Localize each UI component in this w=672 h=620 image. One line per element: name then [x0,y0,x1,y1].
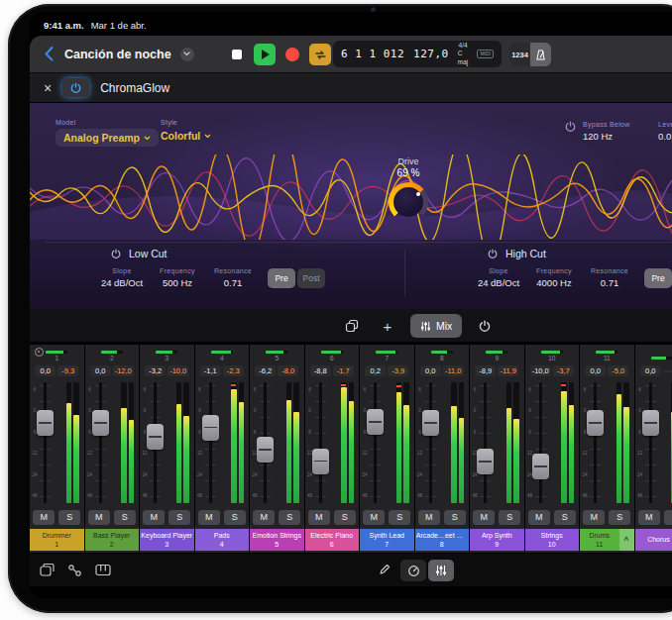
bypass-value[interactable]: 120 Hz [583,131,630,142]
peak-value[interactable]: -8,0 [278,365,298,376]
pencil-button[interactable] [379,564,391,578]
add-track-button[interactable]: + [375,313,400,339]
fader-value[interactable]: -3,2 [145,365,166,376]
channel-strip[interactable]: 9 -8,9 -11,9 606122448 M S Arp Synth 9 [470,345,524,553]
peak-value[interactable]: -9,3 [57,365,78,376]
channel-tag[interactable]: Electric Piano 6 [305,529,360,551]
peak-value[interactable]: -5,0 [608,365,628,376]
fader-handle[interactable] [367,409,384,435]
model-selector[interactable]: Model Analog Preamp [56,119,159,147]
solo-button[interactable]: S [609,510,630,525]
channel-strip[interactable]: 1 0,0 -9,3 606122448 M S Drummer 1 [30,345,84,553]
fader-value[interactable]: -8,8 [310,365,331,376]
keyboard-icon[interactable] [95,564,111,576]
fader-track[interactable] [374,382,377,503]
high-cut-frequency[interactable]: 4000 Hz [536,277,571,288]
browser-icon[interactable] [40,564,55,577]
fader-handle[interactable] [257,437,274,463]
channel-strip[interactable]: 7 0,2 -3,9 606122448 M S Synth Lead 7 [360,345,414,553]
channel-strip[interactable]: 3 -3,2 -10,0 606122448 M S Keyboard Play… [140,345,194,553]
mute-button[interactable]: M [143,510,165,525]
fader-handle[interactable] [477,449,494,474]
high-cut-resonance[interactable]: 0.71 [601,277,619,288]
peak-value[interactable]: -1,7 [333,365,354,376]
channel-tag[interactable]: Synth Lead 7 [360,529,414,551]
fader-handle[interactable] [587,410,604,436]
play-button[interactable] [254,44,276,65]
peak-value[interactable]: -2,3 [223,365,244,376]
metronome-button[interactable] [530,43,551,66]
fader-handle[interactable] [422,410,439,436]
peak-value[interactable]: -10,0 [168,365,188,376]
channel-tag[interactable]: Chorus V [635,529,672,551]
fader-value[interactable]: 0,0 [90,365,111,376]
fader-track[interactable] [209,382,212,503]
mute-button[interactable]: M [308,510,330,525]
mute-button[interactable]: M [473,510,495,525]
fader-handle[interactable] [147,424,164,450]
fader-value[interactable]: 0,0 [640,365,661,376]
mute-button[interactable]: M [528,510,550,525]
channel-strip[interactable]: 8 0,0 -11,0 606122448 M S Arcade…eet Pad… [415,345,470,553]
stop-button[interactable] [226,44,248,65]
solo-button[interactable]: S [279,510,300,525]
peak-value[interactable]: -11,0 [443,365,464,376]
solo-button[interactable]: S [168,510,190,525]
level-value[interactable]: 0.0 [658,131,672,142]
low-cut-post-button[interactable]: Post [297,268,325,288]
fader-value[interactable]: -6,2 [255,365,276,376]
fader-value[interactable]: 0,2 [365,365,386,376]
channel-strip[interactable]: 0,0 606122448 M S Chorus V [635,345,672,553]
peak-value[interactable]: -3,7 [553,365,574,376]
channel-strip[interactable]: 5 -6,2 -8,0 606122448 M S Emotion String… [250,345,304,553]
lcd-display[interactable]: 6 1 1 012 127,0 4/4 C maj MIDI [333,41,502,67]
fader-value[interactable]: 0,0 [585,365,606,376]
channel-tag[interactable]: Arcade…eet Pad 8 [415,529,470,551]
solo-button[interactable]: S [58,510,80,525]
fader-handle[interactable] [642,410,659,436]
peak-value[interactable] [663,370,672,372]
fader-handle[interactable] [312,449,329,474]
mute-button[interactable]: M [418,510,440,525]
fader-handle[interactable] [532,454,549,479]
fader-track[interactable] [44,382,47,503]
routing-icon[interactable] [67,564,82,577]
channel-tag[interactable]: Pads 4 [195,529,250,551]
fader-value[interactable]: -8,9 [475,365,496,376]
channel-strip[interactable]: 4 -1,1 -2,3 606122448 M S Pads 4 [195,345,250,553]
channel-tag[interactable]: Emotion Strings 5 [250,529,304,551]
solo-button[interactable]: S [664,510,672,525]
mute-button[interactable]: M [363,510,385,525]
bypass-power-icon[interactable] [565,121,576,132]
channel-strip[interactable]: 6 -8,8 -1,7 606122448 M S Electric Piano… [305,345,360,553]
fader-track[interactable] [649,382,652,503]
style-selector[interactable]: Style Colorful [161,119,211,144]
high-cut-slope[interactable]: 24 dB/Oct [478,277,519,288]
low-cut-frequency[interactable]: 500 Hz [163,277,192,288]
fader-handle[interactable] [202,415,219,441]
channel-tag[interactable]: Drums 11 ^ [580,529,634,551]
channel-tag[interactable]: Arp Synth 9 [470,529,524,551]
plugin-power-button[interactable] [62,78,89,97]
fader-handle[interactable] [37,410,54,436]
monitor-icon[interactable] [35,348,44,357]
back-button[interactable] [42,44,56,65]
mute-button[interactable]: M [33,510,55,525]
song-menu-button[interactable] [180,48,194,61]
mute-button[interactable]: M [198,510,220,525]
channel-tag[interactable]: Drummer 1 [30,529,84,551]
peak-value[interactable]: -11,9 [498,365,518,376]
solo-button[interactable]: S [499,510,520,525]
fader-track[interactable] [99,382,102,503]
solo-button[interactable]: S [114,510,136,525]
fader-track[interactable] [484,382,487,503]
low-cut-slope[interactable]: 24 dB/Oct [101,277,143,288]
drive-knob[interactable] [389,182,428,222]
channel-strip[interactable]: 11 0,0 -5,0 606122448 M S Drums 11 ^ [580,345,634,553]
low-cut-power-icon[interactable] [111,249,121,258]
solo-button[interactable]: S [334,510,356,525]
solo-button[interactable]: S [389,510,410,525]
channel-tag[interactable]: Strings 10 [525,529,580,551]
fader-value[interactable]: 0,0 [420,365,441,376]
fader-track[interactable] [429,382,432,503]
